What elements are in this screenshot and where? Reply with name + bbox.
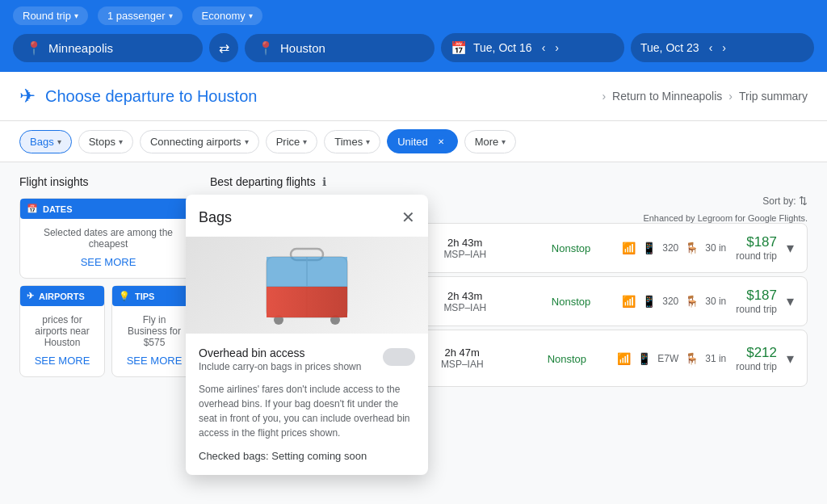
connecting-airports-chevron: ▾ (245, 137, 249, 146)
cabin-label: Economy (202, 10, 246, 22)
luggage-illustration (242, 241, 372, 330)
destination-text: Houston (280, 41, 325, 55)
plane-icon: ✈ (19, 85, 36, 107)
breadcrumb-nav: › Return to Minneapolis › Trip summary (602, 90, 808, 103)
times-filter-label: Times (334, 136, 363, 148)
checked-bags-label: Checked bags: (199, 450, 269, 462)
united-filter-close-icon[interactable]: ✕ (434, 135, 447, 148)
passengers-label: 1 passenger (107, 10, 166, 22)
modal-header: Bags ✕ (186, 195, 428, 237)
times-filter-button[interactable]: Times ▾ (324, 130, 380, 153)
stops-filter-button[interactable]: Stops ▾ (78, 130, 133, 153)
breadcrumb-arrow-2: › (728, 90, 733, 103)
passengers-selector[interactable]: 1 passenger ▾ (98, 6, 183, 25)
stops-filter-label: Stops (89, 136, 115, 148)
united-filter-label: United (397, 136, 428, 148)
return-date-text: Tue, Oct 23 (640, 41, 699, 54)
bags-modal: Bags ✕ (186, 195, 428, 475)
trip-type-chevron: ▾ (74, 11, 78, 20)
overhead-toggle-switch[interactable] (383, 348, 415, 366)
bags-filter-chevron: ▾ (57, 137, 61, 146)
breadcrumb-title-text: Choose departure to Houston (45, 87, 257, 106)
checked-bags-value: Setting coming soon (271, 450, 367, 462)
round-trip-selector[interactable]: Round trip ▾ (13, 6, 88, 25)
cabin-selector[interactable]: Economy ▾ (192, 6, 262, 25)
depart-date-text: Tue, Oct 16 (473, 41, 532, 54)
main-content: Flight insights 📅 DATES Selected dates a… (0, 162, 827, 403)
overhead-description: Some airlines' fares don't include acces… (199, 382, 415, 440)
bags-modal-title: Bags (199, 209, 232, 226)
destination-pin-icon: 📍 (258, 40, 274, 56)
destination-field[interactable]: 📍 Houston (245, 34, 434, 62)
passengers-chevron: ▾ (169, 11, 173, 20)
more-filter-label: More (475, 136, 499, 148)
connecting-airports-filter-button[interactable]: Connecting airports ▾ (140, 130, 259, 153)
svg-rect-22 (267, 287, 347, 317)
price-filter-chevron: ▾ (303, 137, 307, 146)
times-filter-chevron: ▾ (366, 137, 370, 146)
breadcrumb-return-link[interactable]: Return to Minneapolis (612, 90, 722, 103)
checked-bags-row: Checked bags: Setting coming soon (199, 450, 415, 462)
breadcrumb-bar: ✈ Choose departure to Houston › Return t… (0, 72, 827, 121)
bags-filter-button[interactable]: Bags ▾ (19, 130, 72, 153)
depart-date-nav: ‹ › (539, 40, 562, 56)
cabin-chevron: ▾ (249, 11, 253, 20)
page-title: ✈ Choose departure to Houston (19, 85, 602, 107)
return-prev-button[interactable]: ‹ (706, 40, 716, 56)
return-date-nav: ‹ › (706, 40, 729, 56)
more-filter-button[interactable]: More ▾ (464, 130, 517, 153)
connecting-airports-label: Connecting airports (150, 136, 241, 148)
svg-rect-23 (267, 257, 347, 287)
breadcrumb-summary-link[interactable]: Trip summary (739, 90, 808, 103)
header-top-controls: Round trip ▾ 1 passenger ▾ Economy ▾ (13, 6, 814, 25)
origin-field[interactable]: 📍 Minneapolis (13, 34, 203, 62)
origin-pin-icon: 📍 (26, 40, 42, 56)
overhead-subtitle: Include carry-on bags in prices shown (199, 361, 383, 372)
origin-text: Minneapolis (48, 41, 113, 55)
depart-date-field[interactable]: 📅 Tue, Oct 16 ‹ › (441, 33, 624, 62)
return-next-button[interactable]: › (719, 40, 729, 56)
modal-close-button[interactable]: ✕ (401, 208, 415, 227)
bags-modal-image (186, 237, 428, 334)
search-row: 📍 Minneapolis ⇄ 📍 Houston 📅 Tue, Oct 16 … (13, 33, 814, 62)
bags-filter-label: Bags (30, 136, 54, 148)
header: Round trip ▾ 1 passenger ▾ Economy ▾ 📍 M… (0, 0, 827, 72)
price-filter-label: Price (276, 136, 300, 148)
united-filter-button[interactable]: United ✕ (387, 129, 458, 153)
overhead-label: Overhead bin access Include carry-on bag… (199, 346, 383, 372)
depart-next-button[interactable]: › (552, 40, 562, 56)
depart-prev-button[interactable]: ‹ (539, 40, 549, 56)
overhead-title: Overhead bin access (199, 346, 383, 359)
return-date-field[interactable]: Tue, Oct 23 ‹ › (631, 33, 814, 62)
trip-type-label: Round trip (23, 10, 71, 22)
overhead-toggle-row: Overhead bin access Include carry-on bag… (199, 346, 415, 372)
price-filter-button[interactable]: Price ▾ (266, 130, 318, 153)
swap-button[interactable]: ⇄ (209, 33, 238, 62)
breadcrumb-arrow-1: › (602, 90, 606, 103)
filter-bar: Bags ▾ Stops ▾ Connecting airports ▾ Pri… (0, 121, 827, 162)
calendar-icon: 📅 (451, 40, 467, 56)
modal-overlay: Bags ✕ (0, 162, 827, 403)
modal-body: Overhead bin access Include carry-on bag… (186, 334, 428, 475)
more-filter-chevron: ▾ (502, 137, 506, 146)
stops-filter-chevron: ▾ (119, 137, 123, 146)
